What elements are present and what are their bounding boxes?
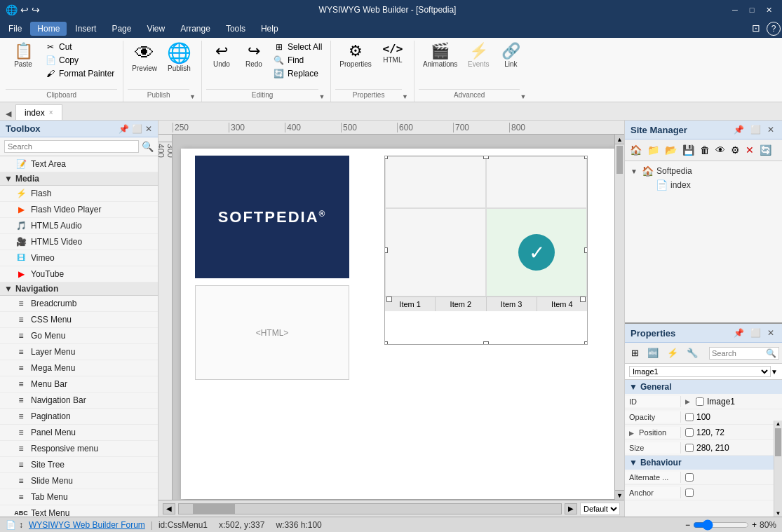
handle-bc[interactable] bbox=[483, 341, 489, 345]
ribbon-properties-btn[interactable]: ⚙ Properties bbox=[335, 41, 376, 71]
props-scroll-thumb[interactable] bbox=[775, 428, 781, 456]
sm-new-folder-btn[interactable]: 📁 bbox=[645, 142, 661, 158]
props-select-dropdown[interactable]: Image1 bbox=[629, 366, 771, 377]
menu-help[interactable]: Help bbox=[254, 22, 285, 36]
toolbox-item-html5-video[interactable]: 🎥 HTML5 Video bbox=[0, 234, 158, 250]
props-tab-sort-btn[interactable]: 🔤 bbox=[644, 346, 662, 360]
menu-page[interactable]: Page bbox=[105, 22, 138, 36]
toolbox-float-btn[interactable]: ⬜ bbox=[132, 124, 142, 134]
search-btn[interactable]: 🔍 bbox=[142, 141, 154, 152]
softpedia-logo-element[interactable]: SOFTPEDIA® bbox=[195, 156, 349, 278]
sm-close-x-btn[interactable]: ✕ bbox=[743, 142, 756, 158]
ribbon-animations-btn[interactable]: 🎬 Animations bbox=[419, 41, 461, 71]
advanced-expand-btn[interactable]: ▼ bbox=[520, 93, 526, 100]
sm-refresh-btn[interactable]: 🔄 bbox=[757, 142, 774, 158]
size-checkbox[interactable] bbox=[685, 444, 694, 452]
toolbox-close-btn[interactable]: ✕ bbox=[145, 124, 152, 134]
vscroll-up-btn[interactable]: ▲ bbox=[615, 135, 624, 144]
menu-arrange[interactable]: Arrange bbox=[173, 22, 217, 36]
ribbon-undo-btn[interactable]: ↩ Undo bbox=[206, 41, 237, 71]
tab-close-btn[interactable]: × bbox=[49, 109, 53, 116]
ribbon-redo-btn[interactable]: ↪ Redo bbox=[238, 41, 269, 71]
ribbon-cut-btn[interactable]: ✂ Cut bbox=[42, 41, 117, 53]
ribbon-preview-btn[interactable]: 👁 Preview bbox=[128, 41, 161, 75]
toolbox-item-textarea[interactable]: 📝 Text Area bbox=[0, 156, 158, 172]
hscroll-thumb[interactable] bbox=[193, 504, 235, 514]
sm-preview-btn[interactable]: 👁 bbox=[713, 142, 727, 158]
toolbox-item-youtube[interactable]: ▶ YouTube bbox=[0, 266, 158, 282]
properties-expand-btn[interactable]: ▼ bbox=[402, 93, 408, 100]
style-selector[interactable]: Default bbox=[580, 503, 620, 515]
toolbox-item-tab-menu[interactable]: ≡ Tab Menu bbox=[0, 489, 158, 505]
toolbox-item-flash[interactable]: ⚡ Flash bbox=[0, 186, 158, 202]
handle-rb[interactable] bbox=[580, 296, 586, 302]
sm-properties-btn[interactable]: ⚙ bbox=[729, 142, 742, 158]
handle-bl[interactable] bbox=[384, 341, 388, 345]
sm-pin-btn[interactable]: 📌 bbox=[732, 124, 746, 135]
toolbox-item-text-menu[interactable]: ABC Text Menu bbox=[0, 505, 158, 517]
props-section-behaviour[interactable]: ▼ Behaviour bbox=[625, 456, 782, 470]
menu-file[interactable]: File bbox=[1, 22, 29, 36]
vscroll-down-btn[interactable]: ▼ bbox=[615, 490, 624, 500]
minimize-btn[interactable]: ─ bbox=[727, 4, 743, 16]
ribbon-copy-btn[interactable]: 📄 Copy bbox=[42, 54, 117, 67]
menu-insert[interactable]: Insert bbox=[68, 22, 103, 36]
image-widget[interactable]: ✓ Item 1 Item 2 Item 3 Item 4 bbox=[384, 156, 588, 345]
menu-home[interactable]: Home bbox=[30, 22, 67, 36]
toolbox-item-panel-menu[interactable]: ≡ Panel Menu bbox=[0, 425, 158, 441]
toolbox-category-navigation[interactable]: ▼ Navigation bbox=[0, 282, 158, 296]
editing-expand-btn[interactable]: ▼ bbox=[318, 93, 325, 100]
toolbox-item-navigation-bar[interactable]: ≡ Navigation Bar bbox=[0, 393, 158, 409]
html-element[interactable]: <HTML> bbox=[195, 285, 349, 380]
opacity-checkbox[interactable] bbox=[685, 413, 694, 421]
toolbox-item-breadcrumb[interactable]: ≡ Breadcrumb bbox=[0, 296, 158, 312]
position-expand-btn[interactable]: ▶ bbox=[629, 430, 634, 437]
zoom-in-btn[interactable]: + bbox=[752, 520, 757, 530]
menu-tools[interactable]: Tools bbox=[219, 22, 252, 36]
props-scroll-up[interactable]: ▲ bbox=[774, 421, 782, 428]
toolbox-pin-btn[interactable]: 📌 bbox=[119, 124, 129, 134]
toolbox-item-mega-menu[interactable]: ≡ Mega Menu bbox=[0, 360, 158, 376]
maximize-btn[interactable]: □ bbox=[744, 4, 760, 16]
ribbon-select-all-btn[interactable]: ⊞ Select All bbox=[271, 41, 325, 53]
props-vscroll[interactable]: ▲ ▼ bbox=[774, 421, 782, 517]
position-checkbox[interactable] bbox=[685, 428, 694, 437]
ribbon-paste-btn[interactable]: 📋 Paste bbox=[6, 41, 41, 71]
toolbox-category-media[interactable]: ▼ Media bbox=[0, 172, 158, 186]
ribbon-find-btn[interactable]: 🔍 Find bbox=[271, 54, 325, 67]
help-icon-btn[interactable]: ? bbox=[767, 22, 781, 36]
ribbon-publish-btn[interactable]: 🌐 Publish bbox=[163, 41, 196, 75]
props-float-btn[interactable]: ⬜ bbox=[748, 327, 763, 339]
search-input[interactable] bbox=[4, 140, 139, 153]
canvas-hscroll[interactable] bbox=[178, 503, 562, 514]
props-section-general[interactable]: ▼ General bbox=[625, 380, 782, 394]
sm-delete-btn[interactable]: 🗑 bbox=[698, 142, 712, 158]
tree-expand-root[interactable]: ▼ bbox=[631, 168, 639, 175]
toolbox-item-slide-menu[interactable]: ≡ Slide Menu bbox=[0, 473, 158, 489]
page-tab-index[interactable]: index × bbox=[15, 104, 62, 120]
toolbox-item-pagination[interactable]: ≡ Pagination bbox=[0, 409, 158, 425]
ribbon-html-btn[interactable]: </> HTML bbox=[377, 41, 408, 67]
props-tab-general-btn[interactable]: ⊞ bbox=[628, 346, 642, 360]
canvas-scroll[interactable]: SOFTPEDIA® <HTML> bbox=[173, 135, 624, 500]
tab-scroll-left[interactable]: ◀ bbox=[3, 108, 14, 120]
ribbon-events-btn[interactable]: ⚡ Events bbox=[463, 41, 494, 71]
canvas-scroll-right-btn[interactable]: ▶ bbox=[565, 503, 577, 514]
zoom-slider[interactable] bbox=[693, 519, 749, 531]
sm-new-page-btn[interactable]: 🏠 bbox=[628, 142, 644, 158]
toolbox-item-menu-bar[interactable]: ≡ Menu Bar bbox=[0, 376, 158, 393]
props-scroll-down[interactable]: ▼ bbox=[774, 510, 782, 517]
handle-lb[interactable] bbox=[386, 296, 392, 302]
zoom-out-btn[interactable]: − bbox=[685, 520, 690, 530]
toolbox-item-flash-video-player[interactable]: ▶ Flash Video Player bbox=[0, 202, 158, 218]
anchor-checkbox[interactable] bbox=[685, 489, 694, 497]
sm-close-btn[interactable]: ✕ bbox=[765, 124, 776, 135]
toolbox-item-site-tree[interactable]: ≡ Site Tree bbox=[0, 457, 158, 473]
vscroll-thumb[interactable] bbox=[616, 146, 623, 174]
window-controls[interactable]: ─ □ ✕ bbox=[727, 4, 776, 16]
ribbon-link-btn[interactable]: 🔗 Link bbox=[495, 41, 526, 71]
sm-save-btn[interactable]: 💾 bbox=[680, 142, 696, 158]
ribbon-replace-btn[interactable]: 🔄 Replace bbox=[271, 67, 325, 80]
publish-expand-btn[interactable]: ▼ bbox=[189, 93, 196, 100]
id-expand-btn[interactable]: ▶ bbox=[685, 398, 690, 405]
